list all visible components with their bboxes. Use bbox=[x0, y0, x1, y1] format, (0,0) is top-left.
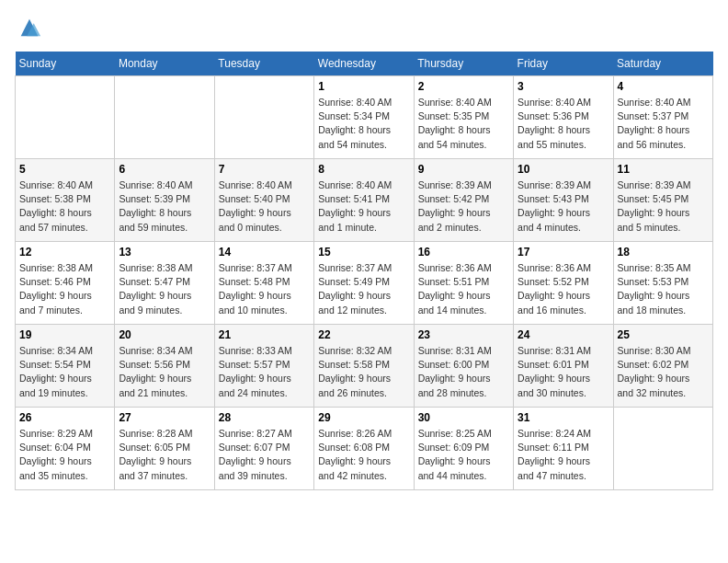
day-number: 28 bbox=[219, 411, 310, 424]
day-number: 1 bbox=[318, 80, 409, 93]
calendar-header-wednesday: Wednesday bbox=[314, 52, 414, 76]
day-info: Sunrise: 8:40 AM Sunset: 5:38 PM Dayligh… bbox=[19, 178, 110, 235]
calendar-cell: 17Sunrise: 8:36 AM Sunset: 5:52 PM Dayli… bbox=[514, 242, 613, 325]
calendar-cell: 2Sunrise: 8:40 AM Sunset: 5:35 PM Daylig… bbox=[414, 76, 513, 159]
day-info: Sunrise: 8:33 AM Sunset: 5:57 PM Dayligh… bbox=[219, 344, 310, 400]
day-info: Sunrise: 8:40 AM Sunset: 5:35 PM Dayligh… bbox=[418, 96, 509, 152]
day-number: 5 bbox=[19, 163, 110, 176]
logo bbox=[15, 15, 42, 40]
calendar-cell: 28Sunrise: 8:27 AM Sunset: 6:07 PM Dayli… bbox=[214, 408, 313, 490]
day-info: Sunrise: 8:29 AM Sunset: 6:04 PM Dayligh… bbox=[19, 427, 110, 483]
calendar-cell: 1Sunrise: 8:40 AM Sunset: 5:34 PM Daylig… bbox=[314, 76, 414, 159]
day-info: Sunrise: 8:39 AM Sunset: 5:43 PM Dayligh… bbox=[518, 178, 609, 235]
day-number: 26 bbox=[19, 411, 110, 424]
calendar-cell: 9Sunrise: 8:39 AM Sunset: 5:42 PM Daylig… bbox=[414, 159, 513, 242]
calendar-cell: 30Sunrise: 8:25 AM Sunset: 6:09 PM Dayli… bbox=[414, 408, 513, 490]
day-info: Sunrise: 8:38 AM Sunset: 5:46 PM Dayligh… bbox=[19, 261, 110, 317]
calendar-cell: 14Sunrise: 8:37 AM Sunset: 5:48 PM Dayli… bbox=[214, 242, 313, 325]
day-number: 11 bbox=[618, 163, 709, 176]
day-number: 14 bbox=[219, 246, 310, 259]
day-info: Sunrise: 8:26 AM Sunset: 6:08 PM Dayligh… bbox=[318, 427, 409, 483]
day-info: Sunrise: 8:40 AM Sunset: 5:37 PM Dayligh… bbox=[618, 96, 709, 152]
day-info: Sunrise: 8:39 AM Sunset: 5:42 PM Dayligh… bbox=[418, 178, 509, 235]
calendar-cell: 20Sunrise: 8:34 AM Sunset: 5:56 PM Dayli… bbox=[115, 325, 214, 408]
day-number: 29 bbox=[318, 411, 409, 424]
day-number: 20 bbox=[119, 328, 210, 341]
day-number: 25 bbox=[618, 328, 709, 341]
calendar-header-tuesday: Tuesday bbox=[214, 52, 313, 76]
day-number: 31 bbox=[518, 411, 609, 424]
calendar-cell: 16Sunrise: 8:36 AM Sunset: 5:51 PM Dayli… bbox=[414, 242, 513, 325]
day-info: Sunrise: 8:40 AM Sunset: 5:41 PM Dayligh… bbox=[318, 178, 409, 235]
day-info: Sunrise: 8:40 AM Sunset: 5:36 PM Dayligh… bbox=[518, 96, 609, 152]
calendar-cell: 25Sunrise: 8:30 AM Sunset: 6:02 PM Dayli… bbox=[613, 325, 712, 408]
day-number: 30 bbox=[418, 411, 509, 424]
day-number: 2 bbox=[418, 80, 509, 93]
calendar-cell: 10Sunrise: 8:39 AM Sunset: 5:43 PM Dayli… bbox=[514, 159, 613, 242]
calendar-week-row: 1Sunrise: 8:40 AM Sunset: 5:34 PM Daylig… bbox=[16, 76, 713, 159]
calendar-cell: 13Sunrise: 8:38 AM Sunset: 5:47 PM Dayli… bbox=[115, 242, 214, 325]
calendar-week-row: 5Sunrise: 8:40 AM Sunset: 5:38 PM Daylig… bbox=[16, 159, 713, 242]
day-number: 13 bbox=[119, 246, 210, 259]
day-number: 18 bbox=[618, 246, 709, 259]
day-info: Sunrise: 8:36 AM Sunset: 5:51 PM Dayligh… bbox=[418, 261, 509, 317]
day-info: Sunrise: 8:40 AM Sunset: 5:40 PM Dayligh… bbox=[219, 178, 310, 235]
day-number: 10 bbox=[518, 163, 609, 176]
day-info: Sunrise: 8:37 AM Sunset: 5:49 PM Dayligh… bbox=[318, 261, 409, 317]
calendar-cell: 26Sunrise: 8:29 AM Sunset: 6:04 PM Dayli… bbox=[16, 408, 115, 490]
calendar-week-row: 19Sunrise: 8:34 AM Sunset: 5:54 PM Dayli… bbox=[16, 325, 713, 408]
calendar-cell: 5Sunrise: 8:40 AM Sunset: 5:38 PM Daylig… bbox=[16, 159, 115, 242]
calendar-table: SundayMondayTuesdayWednesdayThursdayFrid… bbox=[15, 52, 713, 490]
day-number: 19 bbox=[19, 328, 110, 341]
day-info: Sunrise: 8:28 AM Sunset: 6:05 PM Dayligh… bbox=[119, 427, 210, 483]
calendar-cell: 27Sunrise: 8:28 AM Sunset: 6:05 PM Dayli… bbox=[115, 408, 214, 490]
day-info: Sunrise: 8:38 AM Sunset: 5:47 PM Dayligh… bbox=[119, 261, 210, 317]
calendar-cell: 12Sunrise: 8:38 AM Sunset: 5:46 PM Dayli… bbox=[16, 242, 115, 325]
calendar-cell: 24Sunrise: 8:31 AM Sunset: 6:01 PM Dayli… bbox=[514, 325, 613, 408]
calendar-header-thursday: Thursday bbox=[414, 52, 513, 76]
day-number: 3 bbox=[518, 80, 609, 93]
day-number: 7 bbox=[219, 163, 310, 176]
day-info: Sunrise: 8:31 AM Sunset: 6:00 PM Dayligh… bbox=[418, 344, 509, 400]
day-number: 17 bbox=[518, 246, 609, 259]
page-header bbox=[15, 15, 713, 40]
day-number: 6 bbox=[119, 163, 210, 176]
calendar-cell: 22Sunrise: 8:32 AM Sunset: 5:58 PM Dayli… bbox=[314, 325, 414, 408]
calendar-cell bbox=[16, 76, 115, 159]
day-info: Sunrise: 8:25 AM Sunset: 6:09 PM Dayligh… bbox=[418, 427, 509, 483]
calendar-cell: 19Sunrise: 8:34 AM Sunset: 5:54 PM Dayli… bbox=[16, 325, 115, 408]
calendar-header-sunday: Sunday bbox=[16, 52, 115, 76]
calendar-cell: 6Sunrise: 8:40 AM Sunset: 5:39 PM Daylig… bbox=[115, 159, 214, 242]
calendar-cell: 3Sunrise: 8:40 AM Sunset: 5:36 PM Daylig… bbox=[514, 76, 613, 159]
calendar-cell: 7Sunrise: 8:40 AM Sunset: 5:40 PM Daylig… bbox=[214, 159, 313, 242]
day-number: 9 bbox=[418, 163, 509, 176]
day-number: 21 bbox=[219, 328, 310, 341]
calendar-cell bbox=[214, 76, 313, 159]
calendar-cell: 4Sunrise: 8:40 AM Sunset: 5:37 PM Daylig… bbox=[613, 76, 712, 159]
day-info: Sunrise: 8:31 AM Sunset: 6:01 PM Dayligh… bbox=[518, 344, 609, 400]
calendar-cell: 31Sunrise: 8:24 AM Sunset: 6:11 PM Dayli… bbox=[514, 408, 613, 490]
day-info: Sunrise: 8:35 AM Sunset: 5:53 PM Dayligh… bbox=[618, 261, 709, 317]
day-number: 15 bbox=[318, 246, 409, 259]
day-info: Sunrise: 8:24 AM Sunset: 6:11 PM Dayligh… bbox=[518, 427, 609, 483]
day-number: 16 bbox=[418, 246, 509, 259]
day-info: Sunrise: 8:40 AM Sunset: 5:34 PM Dayligh… bbox=[318, 96, 409, 152]
day-number: 22 bbox=[318, 328, 409, 341]
calendar-cell: 29Sunrise: 8:26 AM Sunset: 6:08 PM Dayli… bbox=[314, 408, 414, 490]
day-info: Sunrise: 8:34 AM Sunset: 5:54 PM Dayligh… bbox=[19, 344, 110, 400]
day-number: 23 bbox=[418, 328, 509, 341]
calendar-week-row: 26Sunrise: 8:29 AM Sunset: 6:04 PM Dayli… bbox=[16, 408, 713, 490]
calendar-cell bbox=[613, 408, 712, 490]
day-info: Sunrise: 8:40 AM Sunset: 5:39 PM Dayligh… bbox=[119, 178, 210, 235]
calendar-cell: 18Sunrise: 8:35 AM Sunset: 5:53 PM Dayli… bbox=[613, 242, 712, 325]
day-info: Sunrise: 8:37 AM Sunset: 5:48 PM Dayligh… bbox=[219, 261, 310, 317]
calendar-header-friday: Friday bbox=[514, 52, 613, 76]
day-number: 12 bbox=[19, 246, 110, 259]
day-info: Sunrise: 8:30 AM Sunset: 6:02 PM Dayligh… bbox=[618, 344, 709, 400]
day-info: Sunrise: 8:27 AM Sunset: 6:07 PM Dayligh… bbox=[219, 427, 310, 483]
day-info: Sunrise: 8:36 AM Sunset: 5:52 PM Dayligh… bbox=[518, 261, 609, 317]
day-info: Sunrise: 8:34 AM Sunset: 5:56 PM Dayligh… bbox=[119, 344, 210, 400]
logo-icon bbox=[17, 15, 42, 40]
calendar-header-monday: Monday bbox=[115, 52, 214, 76]
day-info: Sunrise: 8:32 AM Sunset: 5:58 PM Dayligh… bbox=[318, 344, 409, 400]
